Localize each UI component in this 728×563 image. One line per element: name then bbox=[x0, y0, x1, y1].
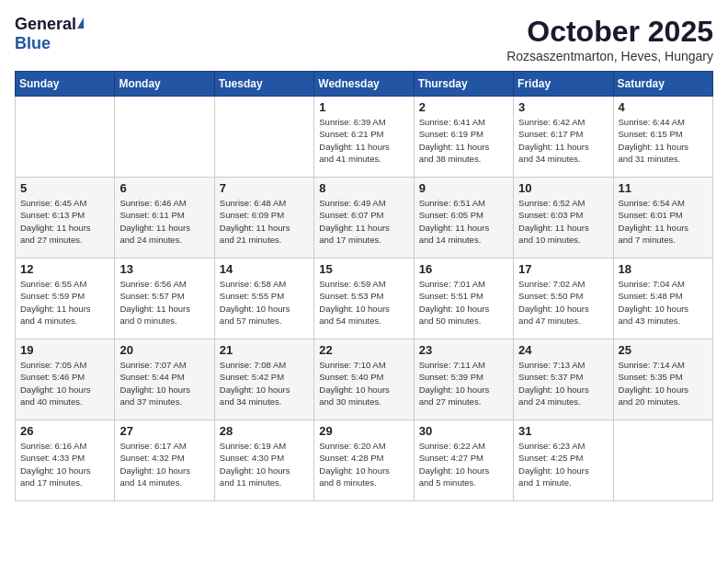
day-info: Sunrise: 7:05 AM Sunset: 5:46 PM Dayligh… bbox=[20, 359, 109, 408]
weekday-header: Sunday bbox=[16, 72, 115, 97]
location-title: Rozsaszentmarton, Heves, Hungary bbox=[506, 49, 713, 63]
day-info: Sunrise: 6:41 AM Sunset: 6:19 PM Dayligh… bbox=[419, 116, 508, 165]
calendar-cell: 31Sunrise: 6:23 AM Sunset: 4:25 PM Dayli… bbox=[514, 420, 613, 501]
calendar-cell: 30Sunrise: 6:22 AM Sunset: 4:27 PM Dayli… bbox=[414, 420, 513, 501]
day-number: 25 bbox=[619, 343, 708, 357]
calendar-cell: 27Sunrise: 6:17 AM Sunset: 4:32 PM Dayli… bbox=[115, 420, 214, 501]
day-number: 27 bbox=[119, 424, 209, 438]
calendar-cell: 29Sunrise: 6:20 AM Sunset: 4:28 PM Dayli… bbox=[314, 420, 414, 501]
weekday-header: Thursday bbox=[414, 72, 513, 97]
day-number: 1 bbox=[319, 100, 408, 114]
day-number: 4 bbox=[619, 100, 708, 114]
day-info: Sunrise: 7:14 AM Sunset: 5:35 PM Dayligh… bbox=[619, 359, 708, 408]
day-info: Sunrise: 6:44 AM Sunset: 6:15 PM Dayligh… bbox=[619, 116, 708, 165]
day-number: 31 bbox=[518, 424, 608, 438]
calendar-cell: 22Sunrise: 7:10 AM Sunset: 5:40 PM Dayli… bbox=[314, 339, 414, 420]
calendar-cell bbox=[115, 97, 214, 178]
day-number: 5 bbox=[20, 181, 109, 195]
day-number: 14 bbox=[220, 262, 309, 276]
day-info: Sunrise: 7:13 AM Sunset: 5:37 PM Dayligh… bbox=[518, 359, 608, 408]
day-info: Sunrise: 7:04 AM Sunset: 5:48 PM Dayligh… bbox=[619, 278, 708, 327]
calendar-cell: 23Sunrise: 7:11 AM Sunset: 5:39 PM Dayli… bbox=[414, 339, 513, 420]
calendar-week-row: 1Sunrise: 6:39 AM Sunset: 6:21 PM Daylig… bbox=[16, 97, 713, 178]
day-number: 15 bbox=[319, 262, 408, 276]
day-info: Sunrise: 6:51 AM Sunset: 6:05 PM Dayligh… bbox=[419, 197, 508, 246]
day-number: 12 bbox=[20, 262, 109, 276]
calendar-cell: 16Sunrise: 7:01 AM Sunset: 5:51 PM Dayli… bbox=[414, 259, 513, 339]
day-info: Sunrise: 6:55 AM Sunset: 5:59 PM Dayligh… bbox=[20, 278, 109, 327]
calendar-cell: 13Sunrise: 6:56 AM Sunset: 5:57 PM Dayli… bbox=[115, 259, 214, 339]
day-number: 6 bbox=[119, 181, 209, 195]
day-info: Sunrise: 6:46 AM Sunset: 6:11 PM Dayligh… bbox=[119, 197, 209, 246]
logo-icon bbox=[77, 17, 84, 29]
day-info: Sunrise: 7:08 AM Sunset: 5:42 PM Dayligh… bbox=[220, 359, 309, 408]
day-info: Sunrise: 6:45 AM Sunset: 6:13 PM Dayligh… bbox=[20, 197, 109, 246]
calendar-cell bbox=[613, 420, 712, 501]
day-info: Sunrise: 6:20 AM Sunset: 4:28 PM Dayligh… bbox=[319, 440, 408, 488]
day-number: 19 bbox=[20, 343, 109, 357]
calendar-cell: 8Sunrise: 6:49 AM Sunset: 6:07 PM Daylig… bbox=[314, 178, 414, 259]
weekday-header: Wednesday bbox=[314, 72, 414, 97]
logo-general: General bbox=[15, 15, 76, 34]
day-info: Sunrise: 6:49 AM Sunset: 6:07 PM Dayligh… bbox=[319, 197, 408, 246]
calendar-week-row: 19Sunrise: 7:05 AM Sunset: 5:46 PM Dayli… bbox=[16, 339, 713, 420]
logo-blue: Blue bbox=[15, 34, 51, 53]
calendar-cell: 4Sunrise: 6:44 AM Sunset: 6:15 PM Daylig… bbox=[613, 97, 712, 178]
calendar-cell: 20Sunrise: 7:07 AM Sunset: 5:44 PM Dayli… bbox=[115, 339, 214, 420]
calendar-cell: 9Sunrise: 6:51 AM Sunset: 6:05 PM Daylig… bbox=[414, 178, 513, 259]
calendar-week-row: 12Sunrise: 6:55 AM Sunset: 5:59 PM Dayli… bbox=[16, 259, 713, 339]
day-info: Sunrise: 6:39 AM Sunset: 6:21 PM Dayligh… bbox=[319, 116, 408, 165]
day-number: 28 bbox=[220, 424, 309, 438]
calendar-table: SundayMondayTuesdayWednesdayThursdayFrid… bbox=[15, 71, 713, 501]
day-number: 16 bbox=[419, 262, 508, 276]
calendar-cell: 12Sunrise: 6:55 AM Sunset: 5:59 PM Dayli… bbox=[16, 259, 115, 339]
calendar-cell bbox=[16, 97, 115, 178]
day-number: 20 bbox=[119, 343, 209, 357]
calendar-cell bbox=[214, 97, 313, 178]
calendar-cell: 11Sunrise: 6:54 AM Sunset: 6:01 PM Dayli… bbox=[613, 178, 712, 259]
day-number: 10 bbox=[518, 181, 608, 195]
calendar-cell: 6Sunrise: 6:46 AM Sunset: 6:11 PM Daylig… bbox=[115, 178, 214, 259]
month-title: October 2025 bbox=[506, 15, 713, 49]
calendar-cell: 3Sunrise: 6:42 AM Sunset: 6:17 PM Daylig… bbox=[514, 97, 613, 178]
day-number: 26 bbox=[20, 424, 109, 438]
weekday-header-row: SundayMondayTuesdayWednesdayThursdayFrid… bbox=[16, 72, 713, 97]
day-number: 23 bbox=[419, 343, 508, 357]
day-info: Sunrise: 6:48 AM Sunset: 6:09 PM Dayligh… bbox=[220, 197, 309, 246]
day-info: Sunrise: 7:10 AM Sunset: 5:40 PM Dayligh… bbox=[319, 359, 408, 408]
day-number: 8 bbox=[319, 181, 408, 195]
calendar-cell: 5Sunrise: 6:45 AM Sunset: 6:13 PM Daylig… bbox=[16, 178, 115, 259]
calendar-cell: 28Sunrise: 6:19 AM Sunset: 4:30 PM Dayli… bbox=[214, 420, 313, 501]
day-number: 18 bbox=[619, 262, 708, 276]
weekday-header: Saturday bbox=[613, 72, 712, 97]
calendar-cell: 7Sunrise: 6:48 AM Sunset: 6:09 PM Daylig… bbox=[214, 178, 313, 259]
day-number: 11 bbox=[619, 181, 708, 195]
day-number: 3 bbox=[518, 100, 608, 114]
calendar-cell: 17Sunrise: 7:02 AM Sunset: 5:50 PM Dayli… bbox=[514, 259, 613, 339]
day-info: Sunrise: 6:16 AM Sunset: 4:33 PM Dayligh… bbox=[20, 440, 109, 488]
day-info: Sunrise: 6:42 AM Sunset: 6:17 PM Dayligh… bbox=[518, 116, 608, 165]
day-info: Sunrise: 6:54 AM Sunset: 6:01 PM Dayligh… bbox=[619, 197, 708, 246]
day-number: 9 bbox=[419, 181, 508, 195]
day-info: Sunrise: 6:22 AM Sunset: 4:27 PM Dayligh… bbox=[419, 440, 508, 488]
day-info: Sunrise: 7:11 AM Sunset: 5:39 PM Dayligh… bbox=[419, 359, 508, 408]
page-header: General Blue October 2025 Rozsaszentmart… bbox=[15, 15, 713, 63]
day-number: 22 bbox=[319, 343, 408, 357]
calendar-cell: 14Sunrise: 6:58 AM Sunset: 5:55 PM Dayli… bbox=[214, 259, 313, 339]
day-number: 30 bbox=[419, 424, 508, 438]
calendar-week-row: 26Sunrise: 6:16 AM Sunset: 4:33 PM Dayli… bbox=[16, 420, 713, 501]
calendar-cell: 10Sunrise: 6:52 AM Sunset: 6:03 PM Dayli… bbox=[514, 178, 613, 259]
day-number: 17 bbox=[518, 262, 608, 276]
day-number: 7 bbox=[220, 181, 309, 195]
day-number: 21 bbox=[220, 343, 309, 357]
day-info: Sunrise: 6:19 AM Sunset: 4:30 PM Dayligh… bbox=[220, 440, 309, 488]
calendar-cell: 2Sunrise: 6:41 AM Sunset: 6:19 PM Daylig… bbox=[414, 97, 513, 178]
day-info: Sunrise: 6:17 AM Sunset: 4:32 PM Dayligh… bbox=[119, 440, 209, 488]
day-number: 13 bbox=[119, 262, 209, 276]
day-info: Sunrise: 6:52 AM Sunset: 6:03 PM Dayligh… bbox=[518, 197, 608, 246]
calendar-cell: 19Sunrise: 7:05 AM Sunset: 5:46 PM Dayli… bbox=[16, 339, 115, 420]
title-block: October 2025 Rozsaszentmarton, Heves, Hu… bbox=[506, 15, 713, 63]
calendar-cell: 25Sunrise: 7:14 AM Sunset: 5:35 PM Dayli… bbox=[613, 339, 712, 420]
day-info: Sunrise: 6:23 AM Sunset: 4:25 PM Dayligh… bbox=[518, 440, 608, 488]
calendar-cell: 18Sunrise: 7:04 AM Sunset: 5:48 PM Dayli… bbox=[613, 259, 712, 339]
